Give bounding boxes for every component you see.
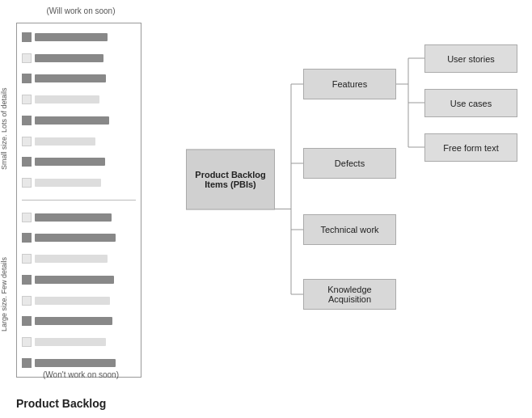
branch-technical: Technical work (303, 214, 396, 245)
backlog-row (22, 295, 136, 306)
backlog-row (22, 315, 136, 327)
sub-use-cases-label: Use cases (450, 99, 492, 108)
backlog-divider (22, 200, 136, 201)
backlog-row (22, 232, 136, 243)
backlog-row (22, 274, 136, 285)
row-square (22, 254, 32, 264)
side-label-top: Small size. Lots of details (0, 24, 9, 170)
row-square (22, 53, 32, 63)
row-square (22, 157, 32, 167)
backlog-row (22, 136, 136, 147)
backlog-row (22, 32, 136, 43)
row-square (22, 275, 32, 285)
row-bar (35, 54, 103, 62)
row-square (22, 233, 32, 243)
backlog-panel: (Will work on soon) Small size. Lots of … (0, 0, 162, 418)
branch-knowledge: Knowledge Acquisition (303, 279, 396, 310)
branch-defects: Defects (303, 148, 396, 179)
sub-user-stories-label: User stories (447, 54, 495, 64)
main-container: (Will work on soon) Small size. Lots of … (0, 0, 532, 418)
row-bar (35, 234, 116, 242)
row-bar (35, 213, 112, 222)
backlog-label-top: (Will work on soon) (46, 6, 115, 15)
backlog-row (22, 73, 136, 84)
pbi-center-box: Product Backlog Items (PBIs) (186, 149, 275, 209)
row-bar (35, 359, 116, 367)
backlog-label-bottom: (Won't work on soon) (43, 370, 119, 379)
branch-defects-label: Defects (335, 158, 365, 168)
row-square (22, 316, 32, 326)
row-bar (35, 255, 108, 263)
row-bar (35, 74, 106, 82)
backlog-row (22, 357, 136, 369)
backlog-row (22, 53, 136, 64)
row-bar (35, 317, 112, 325)
branch-knowledge-label: Knowledge Acquisition (307, 285, 392, 304)
row-bar (35, 297, 110, 305)
backlog-row (22, 156, 136, 167)
sub-free-form: Free form text (424, 133, 517, 162)
row-square (22, 137, 32, 146)
mindmap-panel: Product Backlog Items (PBIs) Features De… (162, 0, 532, 418)
row-square (22, 337, 32, 347)
row-bar (35, 137, 95, 146)
row-bar (35, 276, 114, 284)
backlog-rows (16, 23, 141, 378)
row-bar (35, 116, 109, 125)
backlog-row (22, 177, 136, 188)
side-label-bottom: Large size. Few details (0, 186, 9, 331)
pbi-label: Product Backlog Items (PBIs) (192, 170, 269, 189)
backlog-row (22, 336, 136, 348)
row-bar (35, 95, 99, 103)
backlog-row (22, 253, 136, 264)
backlog-row (22, 212, 136, 223)
sub-use-cases: Use cases (424, 89, 517, 117)
row-square (22, 296, 32, 306)
row-square (22, 213, 32, 222)
branch-features-label: Features (332, 79, 367, 89)
backlog-row (22, 115, 136, 126)
branch-features: Features (303, 69, 396, 99)
row-square (22, 178, 32, 188)
row-bar (35, 158, 105, 166)
sub-user-stories: User stories (424, 44, 517, 73)
row-square (22, 32, 32, 42)
backlog-row (22, 94, 136, 105)
sub-free-form-label: Free form text (443, 143, 498, 153)
branch-technical-label: Technical work (320, 225, 378, 234)
row-square (22, 74, 32, 83)
row-square (22, 116, 32, 125)
row-bar (35, 179, 101, 187)
row-square (22, 358, 32, 368)
row-bar (35, 33, 108, 41)
row-square (22, 95, 32, 104)
row-bar (35, 338, 106, 346)
backlog-title: Product Backlog (16, 397, 106, 410)
